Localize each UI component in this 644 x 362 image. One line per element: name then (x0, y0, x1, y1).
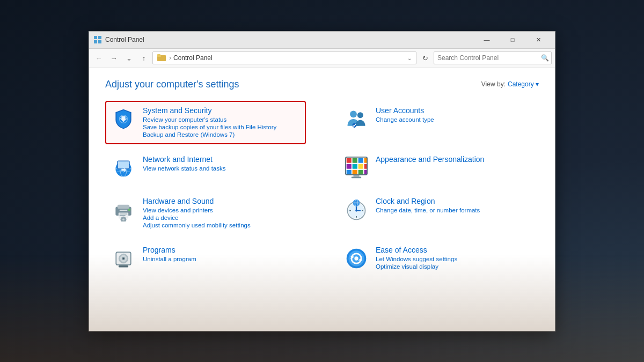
svg-rect-1 (98, 36, 101, 39)
path-text: Control Panel (173, 54, 213, 62)
clock-text: Clock and Region Change date, time, or n… (376, 197, 533, 215)
svg-point-41 (122, 218, 125, 220)
recent-button[interactable]: ⌄ (122, 51, 135, 64)
view-by-value[interactable]: Category ▾ (508, 80, 539, 88)
category-system-security[interactable]: System and Security Review your computer… (105, 101, 306, 144)
user-accounts-icon (343, 106, 369, 132)
ease-access-text: Ease of Access Let Windows suggest setti… (376, 246, 533, 271)
window-title: Control Panel (105, 36, 474, 43)
view-by-label: View by: (481, 80, 506, 88)
appearance-icon (343, 155, 369, 181)
programs-name[interactable]: Programs (143, 246, 301, 254)
system-security-name[interactable]: System and Security (143, 106, 301, 115)
svg-point-9 (357, 112, 363, 118)
svg-point-50 (355, 210, 357, 212)
ease-access-link-1[interactable]: Let Windows suggest settings (376, 256, 533, 262)
category-clock[interactable]: Clock and Region Change date, time, or n… (338, 191, 539, 235)
system-security-icon (111, 106, 136, 132)
svg-rect-22 (347, 164, 352, 168)
maximize-button[interactable]: □ (500, 31, 525, 48)
up-button[interactable]: ↑ (137, 51, 150, 64)
content-area: Adjust your computer's settings View by:… (89, 68, 555, 331)
minimize-button[interactable]: — (474, 31, 499, 48)
svg-rect-31 (354, 174, 360, 176)
page-title: Adjust your computer's settings (105, 79, 239, 90)
address-path-box[interactable]: › Control Panel ⌄ (152, 51, 416, 64)
search-input[interactable] (434, 54, 538, 62)
refresh-button[interactable]: ↻ (419, 51, 431, 64)
svg-point-65 (354, 256, 358, 260)
hardware-name[interactable]: Hardware and Sound (143, 197, 301, 205)
back-button[interactable]: ← (92, 51, 105, 64)
svg-rect-23 (353, 164, 357, 168)
page-header: Adjust your computer's settings View by:… (105, 79, 539, 90)
address-bar: ← → ⌄ ↑ › Control Panel ⌄ ↻ 🔍 (89, 49, 555, 68)
svg-rect-38 (120, 210, 128, 211)
svg-point-59 (123, 257, 125, 259)
user-accounts-text: User Accounts Change account type (376, 106, 533, 124)
user-accounts-name[interactable]: User Accounts (376, 106, 533, 115)
clock-link-1[interactable]: Change date, time, or number formats (376, 207, 533, 213)
network-name[interactable]: Network and Internet (143, 155, 301, 164)
system-security-text: System and Security Review your computer… (143, 106, 301, 139)
appearance-name[interactable]: Appearance and Personalization (376, 155, 533, 164)
svg-rect-6 (157, 54, 160, 56)
view-by-control: View by: Category ▾ (481, 80, 539, 88)
hardware-text: Hardware and Sound View devices and prin… (143, 197, 301, 230)
svg-point-39 (128, 208, 131, 211)
window-icon (93, 35, 102, 44)
svg-rect-26 (347, 169, 352, 174)
hardware-link-2[interactable]: Add a device (143, 215, 301, 221)
category-network[interactable]: Network and Internet View network status… (105, 150, 306, 186)
network-link-1[interactable]: View network status and tasks (143, 165, 301, 172)
svg-rect-3 (98, 40, 101, 43)
hardware-icon (111, 197, 136, 223)
network-icon (111, 155, 136, 181)
category-ease-access[interactable]: Ease of Access Let Windows suggest setti… (338, 240, 539, 277)
folder-icon (157, 54, 166, 63)
svg-point-8 (350, 110, 357, 117)
svg-rect-36 (120, 213, 128, 214)
svg-rect-15 (118, 161, 129, 169)
category-programs[interactable]: Programs Uninstall a program (105, 240, 306, 277)
svg-rect-24 (358, 164, 363, 168)
network-text: Network and Internet View network status… (143, 155, 301, 173)
svg-rect-28 (358, 169, 363, 174)
categories-grid: System and Security Review your computer… (105, 101, 539, 277)
window-controls: — □ ✕ (474, 31, 551, 48)
user-accounts-link-1[interactable]: Change account type (376, 116, 533, 123)
svg-rect-32 (352, 176, 361, 178)
svg-rect-27 (353, 169, 357, 174)
svg-rect-2 (94, 40, 97, 43)
search-button[interactable]: 🔍 (538, 51, 551, 64)
svg-rect-20 (358, 158, 363, 162)
category-hardware[interactable]: Hardware and Sound View devices and prin… (105, 191, 306, 235)
programs-text: Programs Uninstall a program (143, 246, 301, 263)
svg-rect-60 (119, 265, 128, 267)
system-security-link-3[interactable]: Backup and Restore (Windows 7) (143, 131, 301, 138)
clock-name[interactable]: Clock and Region (376, 197, 533, 205)
svg-rect-34 (118, 204, 129, 208)
svg-rect-19 (353, 158, 357, 162)
hardware-link-3[interactable]: Adjust commonly used mobility settings (143, 222, 301, 228)
address-chevron-icon: ⌄ (407, 55, 412, 61)
programs-link-1[interactable]: Uninstall a program (143, 256, 301, 262)
svg-rect-0 (94, 36, 97, 39)
close-button[interactable]: ✕ (526, 31, 551, 48)
hardware-link-1[interactable]: View devices and printers (143, 207, 301, 213)
forward-button[interactable]: → (107, 51, 120, 64)
category-appearance[interactable]: Appearance and Personalization (338, 150, 539, 186)
system-security-link-1[interactable]: Review your computer's status (143, 116, 301, 123)
path-separator: › (169, 54, 171, 62)
svg-rect-18 (347, 158, 352, 162)
ease-access-icon (343, 246, 369, 271)
category-user-accounts[interactable]: User Accounts Change account type (338, 101, 539, 144)
ease-access-name[interactable]: Ease of Access (376, 246, 533, 254)
system-security-link-2[interactable]: Save backup copies of your files with Fi… (143, 124, 301, 130)
programs-icon (111, 246, 136, 271)
appearance-text: Appearance and Personalization (376, 155, 533, 165)
search-box: 🔍 (434, 51, 552, 64)
svg-rect-37 (120, 215, 126, 216)
ease-access-link-2[interactable]: Optimize visual display (376, 263, 533, 270)
clock-icon (343, 197, 369, 223)
